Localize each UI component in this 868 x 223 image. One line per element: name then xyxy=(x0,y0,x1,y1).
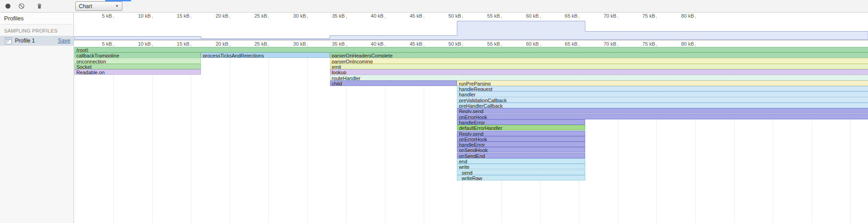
view-mode-value: Chart xyxy=(79,3,92,9)
flame-bar[interactable]: handleError xyxy=(457,142,585,147)
flame-bar[interactable]: routeHandler xyxy=(330,75,868,81)
flame-bar[interactable]: parserOnHeadersComplete xyxy=(330,52,868,58)
flame-bar[interactable]: Readable.on xyxy=(74,69,201,75)
ruler-tick-mark xyxy=(113,45,114,47)
flame-bar[interactable]: (root) xyxy=(74,47,868,52)
ruler-tick-label: 55 kB xyxy=(473,13,500,19)
ruler-tick-mark xyxy=(230,45,230,47)
flame-bar[interactable]: handleError xyxy=(457,119,585,125)
ruler-tick-label: 45 kB xyxy=(395,41,422,47)
panel-title: Profiles xyxy=(0,13,73,24)
ruler-tick-mark xyxy=(579,45,579,47)
flame-chart[interactable]: (root)callbackTrampolineprocessTicksAndR… xyxy=(74,47,868,223)
ruler-tick-label: 30 kB xyxy=(279,13,306,19)
ruler-tick-mark xyxy=(307,45,308,47)
sidebar-item-profile-1[interactable]: Profile 1 Save xyxy=(0,36,73,46)
save-link[interactable]: Save xyxy=(58,38,70,44)
ruler-tick-label: 10 kB xyxy=(124,41,151,47)
ruler-tick-mark xyxy=(152,45,153,47)
ruler-tick-label: 50 kB xyxy=(434,41,461,47)
flame-ruler: 5 kB10 kB15 kB20 kB25 kB30 kB35 kB40 kB4… xyxy=(74,41,868,47)
record-button[interactable] xyxy=(3,1,13,11)
ruler-tick-label: 60 kB xyxy=(512,41,539,47)
flame-bar[interactable]: handler xyxy=(457,91,868,97)
flame-bar[interactable]: emit xyxy=(330,64,868,69)
ruler-tick-label: 35 kB xyxy=(318,13,345,19)
ruler-tick-label: 35 kB xyxy=(318,41,345,47)
chevron-down-icon: ▼ xyxy=(115,4,119,8)
clear-profiles-button[interactable] xyxy=(16,1,26,11)
flame-bar[interactable]: end xyxy=(457,158,585,164)
ruler-tick-label: 70 kB xyxy=(589,13,616,19)
flame-bar[interactable]: _writeRaw xyxy=(457,175,585,180)
flame-bar[interactable]: onErrorHook xyxy=(457,136,585,142)
ruler-tick-label: 80 kB xyxy=(667,13,694,19)
ruler-tick-mark xyxy=(191,45,191,47)
ruler-tick-mark xyxy=(656,45,657,47)
flame-bar[interactable]: preValidationCallback xyxy=(457,97,868,103)
ruler-tick-label: 25 kB xyxy=(240,41,267,47)
gridline xyxy=(230,47,230,223)
profile-name: Profile 1 xyxy=(15,38,35,44)
flame-bar[interactable]: preHandlerCallback xyxy=(457,103,868,108)
ruler-tick-mark xyxy=(346,45,347,47)
trash-icon xyxy=(36,3,43,9)
flame-bar[interactable]: child xyxy=(330,81,457,86)
flame-bar[interactable]: callbackTrampoline xyxy=(74,52,201,58)
view-mode-select[interactable]: Chart ▼ xyxy=(75,1,122,11)
ruler-tick-mark xyxy=(462,45,463,47)
profiler-chart-area: 5 kB10 kB15 kB20 kB25 kB30 kB35 kB40 kB4… xyxy=(74,13,868,223)
flame-bar[interactable]: processTicksAndRejections xyxy=(201,52,330,58)
flame-bar[interactable]: onSendHook xyxy=(457,147,585,152)
overview-area-shape xyxy=(74,21,868,40)
flame-bar[interactable]: runPreParsing xyxy=(457,81,868,86)
ruler-tick-mark xyxy=(618,45,618,47)
flame-bar[interactable]: Reply.send xyxy=(457,108,868,114)
flame-bar[interactable]: onSendEnd xyxy=(457,153,585,158)
ruler-tick-label: 65 kB xyxy=(550,13,577,19)
delete-profile-button[interactable] xyxy=(34,1,44,11)
ruler-tick-mark xyxy=(424,45,424,47)
ruler-tick-mark xyxy=(268,45,269,47)
flame-bar[interactable]: onconnection xyxy=(74,58,201,64)
ruler-tick-mark xyxy=(695,45,696,47)
flame-bar[interactable]: handleRequest xyxy=(457,86,868,91)
flame-bar[interactable]: defaultErrorHandler xyxy=(457,125,585,130)
flame-bar[interactable]: lookup xyxy=(330,69,868,75)
ruler-tick-label: 40 kB xyxy=(356,13,383,19)
section-label: SAMPLING PROFILES xyxy=(0,24,73,36)
ruler-tick-label: 55 kB xyxy=(473,41,500,47)
flame-bar[interactable]: parserOnIncoming xyxy=(330,58,868,64)
flame-bar[interactable]: Reply.send xyxy=(457,131,585,136)
memory-overview-chart[interactable] xyxy=(74,19,868,40)
gridline xyxy=(307,47,308,223)
ruler-tick-label: 20 kB xyxy=(201,13,228,19)
ruler-tick-label: 15 kB xyxy=(162,41,189,47)
ruler-tick-label: 5 kB xyxy=(85,41,112,47)
ruler-tick-label: 30 kB xyxy=(279,41,306,47)
ruler-tick-mark xyxy=(501,45,502,47)
toolbar: Chart ▼ xyxy=(0,0,868,13)
active-tab-indicator xyxy=(105,0,131,1)
ruler-tick-mark xyxy=(385,45,385,47)
ruler-tick-label: 80 kB xyxy=(667,41,694,47)
ruler-tick-label: 45 kB xyxy=(395,13,422,19)
ruler-tick-mark xyxy=(540,45,541,47)
flame-bar[interactable]: _send xyxy=(457,170,585,175)
gridline xyxy=(268,47,269,223)
ruler-tick-label: 15 kB xyxy=(162,13,189,19)
profile-icon xyxy=(5,38,12,44)
ruler-tick-label: 10 kB xyxy=(124,13,151,19)
record-icon xyxy=(5,4,10,9)
ruler-tick-label: 50 kB xyxy=(434,13,461,19)
ruler-tick-label: 75 kB xyxy=(628,41,655,47)
flame-bar[interactable]: Socket xyxy=(74,64,201,69)
flame-bar[interactable]: onErrorHook xyxy=(457,114,868,119)
ruler-tick-label: 65 kB xyxy=(550,41,577,47)
overview-ruler: 5 kB10 kB15 kB20 kB25 kB30 kB35 kB40 kB4… xyxy=(74,13,868,19)
ruler-tick-label: 40 kB xyxy=(356,41,383,47)
clear-icon xyxy=(18,3,25,9)
flame-bar[interactable]: write_ xyxy=(457,164,585,169)
ruler-tick-label: 60 kB xyxy=(512,13,539,19)
sidebar: Profiles SAMPLING PROFILES Profile 1 Sav… xyxy=(0,13,74,223)
